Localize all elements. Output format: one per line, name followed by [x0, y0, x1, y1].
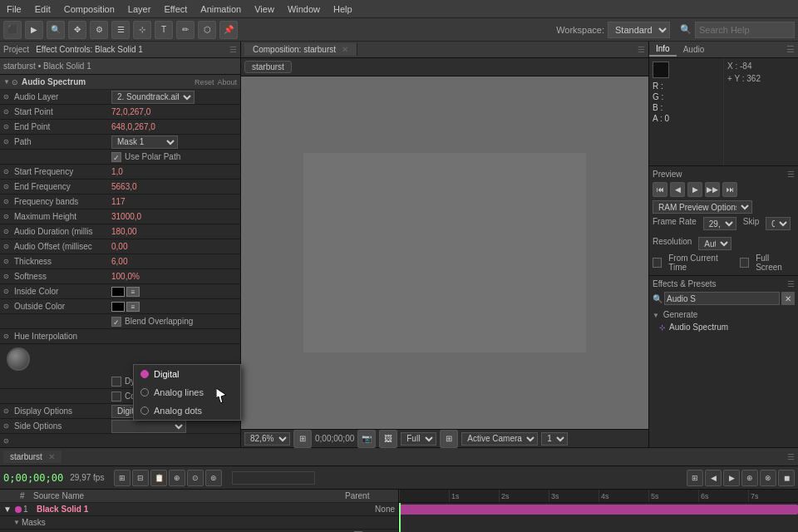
cycle-icon-18[interactable]: ⊙ — [3, 437, 9, 445]
display-options-dropdown[interactable]: Digital Analog lines Analog dots — [133, 364, 241, 421]
from-current-checkbox[interactable] — [653, 258, 662, 268]
timeline-close[interactable]: ✕ — [48, 452, 55, 461]
panel-menu-icon[interactable]: ☰ — [229, 45, 237, 54]
next-frame-btn[interactable]: ▶▶ — [705, 182, 720, 197]
end-point-value[interactable]: 648,0,267,0 — [111, 122, 155, 131]
toolbar-btn-4[interactable]: ✥ — [68, 21, 86, 39]
prev-frame-btn[interactable]: ◀ — [670, 182, 685, 197]
toolbar-btn-11[interactable]: 📌 — [219, 21, 238, 39]
softness-value[interactable]: 100,0% — [111, 272, 140, 281]
cycle-icon-2[interactable]: ⊙ — [3, 108, 9, 116]
renderer-select[interactable]: 1 — [541, 432, 568, 446]
timeline-menu[interactable]: ☰ — [787, 452, 795, 461]
effects-menu[interactable]: ☰ — [787, 279, 795, 288]
menu-help[interactable]: Help — [327, 2, 359, 16]
toolbar-btn-5[interactable]: ⚙ — [90, 21, 108, 39]
about-button[interactable]: About — [217, 78, 237, 86]
menu-animation[interactable]: Animation — [194, 2, 248, 16]
polar-path-checkbox[interactable]: ✓ — [111, 152, 121, 162]
timeline-search[interactable] — [232, 471, 315, 485]
first-frame-btn[interactable]: ⏮ — [653, 182, 667, 197]
frame-rate-select[interactable]: 29,97 — [703, 217, 736, 230]
tl-btn-6[interactable]: ⊚ — [205, 470, 222, 486]
info-tab[interactable]: Info — [649, 42, 677, 57]
view-select[interactable]: Active Camera — [461, 432, 538, 446]
cycle-icon-7[interactable]: ⊙ — [3, 198, 9, 205]
color-symmetry-checkbox[interactable] — [111, 392, 121, 401]
outside-color-btn[interactable]: ≡ — [126, 302, 140, 312]
layer-collapse[interactable]: ▼ — [3, 505, 12, 514]
fit-icon[interactable]: ⊞ — [293, 430, 312, 448]
path-select[interactable]: Mask 1 — [111, 135, 178, 149]
start-point-value[interactable]: 72,0,267,0 — [111, 107, 150, 116]
cycle-icon-16[interactable]: ⊙ — [3, 407, 9, 415]
hue-knob[interactable] — [7, 347, 30, 371]
panel-menu-btn[interactable]: ☰ — [638, 45, 645, 54]
menu-view[interactable]: View — [248, 2, 281, 16]
cycle-icon-12[interactable]: ⊙ — [3, 273, 9, 280]
dd-digital[interactable]: Digital — [134, 365, 240, 383]
play-btn[interactable]: ▶ — [687, 182, 702, 197]
toolbar-btn-1[interactable]: ⬛ — [3, 21, 22, 39]
zoom-select[interactable]: 82,6% — [244, 432, 290, 446]
toolbar-btn-9[interactable]: ✏ — [176, 21, 195, 39]
dynamic-hue-checkbox[interactable] — [111, 377, 121, 387]
thickness-value[interactable]: 6,00 — [111, 257, 127, 266]
toolbar-btn-10[interactable]: ⬡ — [198, 21, 216, 39]
starburst-tab[interactable]: starburst — [244, 61, 292, 73]
cycle-icon-14[interactable]: ⊙ — [3, 303, 9, 310]
layer-name[interactable]: Black Solid 1 — [37, 505, 88, 514]
tl-btn-1[interactable]: ⊞ — [114, 470, 131, 486]
composition-tab[interactable]: Composition: starburst ✕ — [244, 43, 357, 56]
cycle-icon-10[interactable]: ⊙ — [3, 243, 9, 250]
cycle-icon-13[interactable]: ⊙ — [3, 288, 9, 295]
ram-preview-select[interactable]: RAM Preview Options — [653, 200, 752, 214]
menu-file[interactable]: File — [0, 2, 28, 16]
audio-spectrum-header[interactable]: ▼ ⊙ Audio Spectrum Reset About — [0, 75, 240, 90]
tl-right-btn-4[interactable]: ⊕ — [741, 470, 758, 486]
tl-right-btn-5[interactable]: ⊗ — [760, 470, 776, 486]
cycle-icon-4[interactable]: ⊙ — [3, 138, 9, 145]
last-frame-btn[interactable]: ⏭ — [722, 182, 737, 197]
blend-overlapping-checkbox[interactable]: ✓ — [111, 317, 121, 327]
tl-btn-5[interactable]: ⊙ — [187, 470, 204, 486]
inside-color-swatch[interactable] — [111, 287, 125, 297]
outside-color-swatch[interactable] — [111, 302, 125, 312]
freq-bands-value[interactable]: 117 — [111, 197, 126, 206]
tl-btn-3[interactable]: 📋 — [150, 470, 167, 486]
cycle-icon-3[interactable]: ⊙ — [3, 123, 9, 131]
workspace-select[interactable]: Standard — [608, 22, 670, 38]
cycle-icon-9[interactable]: ⊙ — [3, 228, 9, 235]
menu-composition[interactable]: Composition — [57, 2, 121, 16]
cycle-icon-6[interactable]: ⊙ — [3, 183, 9, 190]
cycle-icon-17[interactable]: ⊙ — [3, 422, 9, 430]
layer-track-bar[interactable] — [399, 505, 798, 515]
timeline-tab[interactable]: starburst ✕ — [3, 451, 62, 463]
dd-analog-dots[interactable]: Analog dots — [134, 401, 240, 420]
menu-edit[interactable]: Edit — [28, 2, 57, 16]
cycle-icon[interactable]: ⊙ — [3, 93, 9, 101]
end-freq-value[interactable]: 5663,0 — [111, 182, 137, 191]
toolbar-btn-8[interactable]: T — [155, 21, 173, 39]
tl-right-btn-6[interactable]: ◼ — [778, 470, 795, 486]
cycle-icon-8[interactable]: ⊙ — [3, 213, 9, 220]
grid-icon[interactable]: ⊞ — [440, 430, 458, 448]
resolution-select-preview[interactable]: Auto — [698, 237, 732, 250]
audio-layer-select[interactable]: 2. Soundtrack.aif — [111, 91, 195, 104]
info-panel-menu[interactable]: ☰ — [786, 44, 798, 55]
audio-duration-value[interactable]: 180,00 — [111, 227, 137, 236]
effects-clear-btn[interactable]: ✕ — [781, 292, 795, 305]
cycle-icon-11[interactable]: ⊙ — [3, 258, 9, 265]
audio-spectrum-item[interactable]: ⊹ Audio Spectrum — [653, 321, 795, 333]
search-help-input[interactable] — [695, 22, 795, 38]
audio-tab[interactable]: Audio — [677, 43, 712, 56]
side-options-select[interactable] — [111, 420, 186, 433]
dd-analog-lines[interactable]: Analog lines — [134, 383, 240, 401]
toolbar-btn-2[interactable]: ▶ — [25, 21, 43, 39]
project-tab[interactable]: Project — [3, 45, 29, 54]
tl-right-btn-1[interactable]: ⊞ — [687, 470, 703, 486]
cycle-icon-15[interactable]: ⊙ — [3, 332, 9, 340]
tl-btn-2[interactable]: ⊟ — [132, 470, 149, 486]
max-height-value[interactable]: 31000,0 — [111, 212, 141, 221]
audio-offset-value[interactable]: 0,00 — [111, 242, 127, 251]
